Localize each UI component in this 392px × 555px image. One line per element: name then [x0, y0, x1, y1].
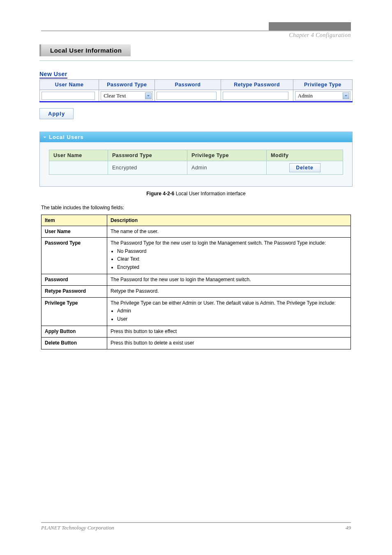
desc-item: Password: [42, 274, 107, 285]
col-password: Password: [155, 80, 221, 90]
row-username: [49, 161, 108, 175]
figure-text: Local User Information interface: [176, 191, 246, 197]
table-accent-bar: [39, 101, 353, 102]
desc-text: The name of the user.: [107, 226, 351, 238]
body-text: The table includes the following fields:: [41, 204, 351, 211]
username-input[interactable]: [42, 92, 95, 100]
table-row: Password The Password for the new user t…: [42, 274, 351, 285]
desc-text: The Password Type for the new user to lo…: [107, 238, 351, 274]
table-row: User Name The name of the user.: [42, 226, 351, 238]
table-row: Retype Password Retype the Password.: [42, 286, 351, 297]
footer-page-number: 49: [346, 525, 351, 531]
desc-item: Password Type: [42, 238, 107, 274]
bullet: No Password: [117, 248, 347, 255]
retype-password-input[interactable]: [223, 92, 289, 100]
lu-col-privilege: Privilege Type: [187, 150, 267, 161]
new-user-title: New User: [39, 71, 67, 79]
bullet: Clear Text: [117, 256, 347, 263]
password-input[interactable]: [157, 92, 216, 100]
chevron-down-icon: [343, 92, 349, 99]
footer-left: PLANET Technology Corporation: [41, 525, 114, 531]
chevron-down-icon: [145, 92, 152, 99]
chapter-label: Chapter 4 Configuration: [25, 32, 351, 39]
lu-col-modify: Modify: [267, 150, 343, 161]
desc-text: The Privilege Type can be either Admin o…: [107, 297, 351, 326]
bullet: Admin: [117, 308, 347, 314]
table-row: Privilege Type The Privilege Type can be…: [42, 297, 351, 326]
panel-title: Local User Information: [39, 44, 131, 56]
desc-item: Retype Password: [42, 286, 107, 297]
passwordtype-select[interactable]: Clear Text: [101, 91, 153, 100]
delete-button[interactable]: Delete: [289, 163, 321, 172]
desc-item: User Name: [42, 226, 107, 238]
desc-item: Privilege Type: [42, 297, 107, 326]
lu-col-username: User Name: [49, 150, 108, 161]
figure-caption: Figure 4-2-6 Local User Information inte…: [25, 191, 367, 197]
figure-number: Figure 4-2-6: [146, 191, 174, 197]
privilege-value: Admin: [298, 92, 313, 99]
row-privilege: Admin: [187, 161, 267, 175]
description-table: Item Description User Name The name of t…: [41, 215, 351, 349]
col-retype: Retype Password: [221, 80, 293, 90]
table-row: Apply Button Press this button to take e…: [42, 326, 351, 337]
desc-col-item: Item: [42, 215, 107, 226]
page-footer: PLANET Technology Corporation 49: [41, 522, 351, 531]
bullet: Encrypted: [117, 264, 347, 271]
passwordtype-value: Clear Text: [104, 92, 126, 99]
desc-text: Press this button to delete a exist user: [107, 338, 351, 349]
privilege-select[interactable]: Admin: [295, 91, 350, 100]
local-users-title: Local Users: [49, 134, 84, 140]
bullet: User: [117, 316, 347, 323]
lu-col-passwordtype: Password Type: [108, 150, 187, 161]
table-row: Password Type The Password Type for the …: [42, 238, 351, 274]
new-user-table: User Name Password Type Password Retype …: [39, 79, 353, 102]
local-users-table: User Name Password Type Privilege Type M…: [49, 150, 343, 175]
local-users-panel: Local Users User Name Password Type Priv…: [39, 132, 353, 187]
col-username: User Name: [40, 80, 99, 90]
col-privilege: Privilege Type: [293, 80, 352, 90]
desc-text: The Password for the new user to login t…: [107, 274, 351, 285]
table-row: Encrypted Admin Delete: [49, 161, 343, 175]
desc-item: Apply Button: [42, 326, 107, 337]
col-passwordtype: Password Type: [99, 80, 155, 90]
desc-text: Retype the Password.: [107, 286, 351, 297]
local-users-header[interactable]: Local Users: [40, 132, 352, 142]
header-grey-box: [269, 22, 351, 30]
screenshot-panel: Local User Information New User User Nam…: [39, 42, 353, 187]
header-strip: [25, 0, 367, 30]
desc-item: Delete Button: [42, 338, 107, 349]
desc-text: Press this button to take effect: [107, 326, 351, 337]
apply-button[interactable]: Apply: [39, 108, 74, 119]
panel-rule: [39, 60, 353, 61]
header-rule: [41, 30, 351, 31]
row-passwordtype: Encrypted: [108, 161, 187, 175]
desc-col-desc: Description: [107, 215, 351, 226]
table-row: Delete Button Press this button to delet…: [42, 338, 351, 349]
